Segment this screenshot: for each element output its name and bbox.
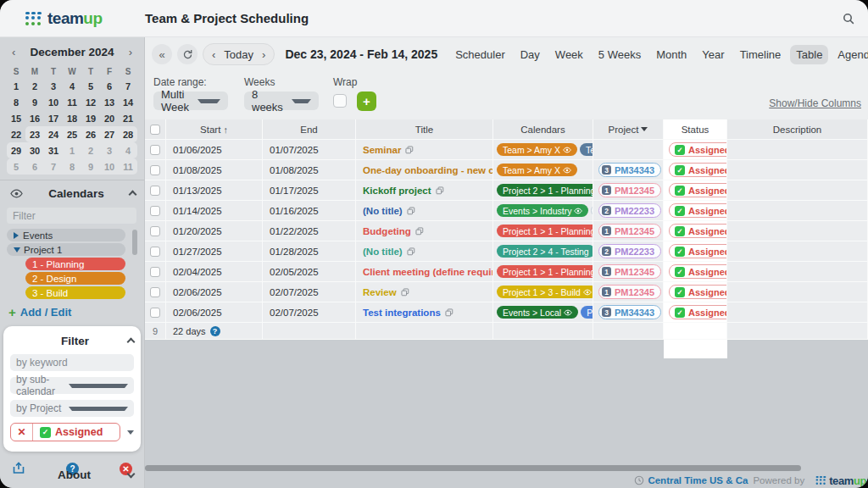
minical-day[interactable]: 4: [63, 78, 81, 94]
status-badge-assigned[interactable]: ✓Assigned: [669, 224, 727, 238]
column-header-calendars[interactable]: Calendars: [493, 119, 593, 140]
project-badge-pm22233[interactable]: 2PM22233: [598, 203, 661, 218]
event-title-link[interactable]: One-day onboarding - new clie: [363, 165, 493, 175]
minical-day[interactable]: 6: [100, 78, 119, 94]
row-checkbox[interactable]: [150, 247, 160, 257]
column-header-status[interactable]: Status: [664, 119, 727, 140]
calendar-item-2-design[interactable]: 2 - Design: [25, 272, 125, 285]
calendar-item-events[interactable]: Events: [7, 229, 125, 241]
calendar-filter-input[interactable]: [7, 208, 136, 224]
minical-day[interactable]: 2: [81, 142, 100, 158]
status-badge-assigned[interactable]: ✓Assigned: [669, 244, 727, 258]
minical-day[interactable]: 11: [119, 158, 137, 175]
minical-day[interactable]: 2: [25, 78, 44, 94]
minical-day[interactable]: 23: [25, 126, 44, 142]
collapse-triangle-icon[interactable]: [14, 247, 20, 252]
calendar-item-1-planning[interactable]: 1 - Planning: [25, 258, 125, 270]
event-title-link[interactable]: Budgeting: [363, 226, 411, 236]
calendar-badge-events-local[interactable]: Events > Local: [497, 306, 578, 319]
view-tab-month[interactable]: Month: [650, 45, 693, 64]
remove-filter-icon[interactable]: ✕: [11, 424, 33, 441]
view-tab-agenda[interactable]: Agenda: [832, 45, 868, 64]
column-header-start[interactable]: Start↑: [166, 119, 263, 140]
minical-day[interactable]: 1: [7, 78, 25, 94]
minical-day[interactable]: 13: [100, 94, 119, 110]
minical-day[interactable]: 7: [44, 158, 63, 175]
row-checkbox[interactable]: [150, 186, 160, 196]
wrap-checkbox[interactable]: [333, 94, 347, 108]
search-button[interactable]: [837, 8, 860, 30]
minical-day[interactable]: 26: [81, 126, 100, 142]
chevron-down-icon[interactable]: [127, 430, 134, 435]
refresh-button[interactable]: [177, 44, 198, 64]
duration-help-icon[interactable]: ?: [210, 326, 220, 336]
minical-day[interactable]: 30: [25, 142, 44, 158]
eye-icon[interactable]: [10, 189, 23, 198]
row-checkbox[interactable]: [150, 287, 160, 297]
minical-day[interactable]: 12: [81, 94, 100, 110]
calendar-badge-project-2-4-testing[interactable]: Project 2 > 4 - Testing: [497, 245, 593, 258]
calendar-badge-project-1-1-planning[interactable]: Project 1 > 1 - Planning: [497, 265, 593, 278]
minical-day[interactable]: 27: [100, 126, 119, 142]
timezone-link[interactable]: Central Time US & Ca: [634, 475, 748, 485]
duplicate-event-icon[interactable]: [405, 146, 414, 154]
minical-day[interactable]: 5: [7, 158, 25, 175]
view-tab-timeline[interactable]: Timeline: [734, 45, 787, 64]
filter-by-subcalendar-select[interactable]: by sub-calendar: [10, 377, 134, 394]
event-title-link[interactable]: Client meeting (define requirem: [363, 267, 493, 277]
minical-day[interactable]: 18: [63, 110, 81, 126]
column-header-description[interactable]: Description: [727, 119, 868, 140]
calendar-badge-project-1-3-build[interactable]: Project 1 > 3 - Build: [497, 286, 593, 298]
event-title-link[interactable]: Kickoff project: [363, 186, 431, 196]
add-event-button[interactable]: +: [357, 92, 376, 111]
column-header-title[interactable]: Title: [356, 119, 493, 140]
calendar-badge-team-amy-x[interactable]: Team > Amy X: [497, 143, 577, 156]
minical-day[interactable]: 10: [44, 94, 63, 110]
view-tab-week[interactable]: Week: [549, 45, 589, 64]
minical-day[interactable]: 22: [7, 126, 25, 142]
active-filter-assigned[interactable]: ✕ ✓ Assigned: [10, 423, 120, 441]
minical-day[interactable]: 8: [63, 158, 81, 175]
duplicate-event-icon[interactable]: [401, 288, 409, 297]
filter-by-keyword-input[interactable]: [10, 354, 134, 371]
minical-day[interactable]: 5: [81, 78, 100, 94]
minical-day[interactable]: 17: [44, 110, 63, 126]
calendar-badge-events-industry[interactable]: Events > Industry: [497, 204, 588, 217]
expand-triangle-icon[interactable]: [14, 232, 19, 239]
project-badge-pm12345[interactable]: 1PM12345: [598, 264, 661, 279]
calendar-badge-project-2-1-planning[interactable]: Project 2 > 1 - Planning: [497, 184, 593, 197]
duplicate-event-icon[interactable]: [407, 247, 415, 256]
minical-day[interactable]: 3: [100, 142, 119, 158]
view-tab-day[interactable]: Day: [515, 45, 546, 64]
calendar-list-scrollbar[interactable]: [132, 230, 137, 255]
minical-day[interactable]: 11: [63, 94, 81, 110]
project-badge-pm22233[interactable]: 2PM22233: [598, 244, 661, 258]
filter-collapse-icon[interactable]: [127, 338, 136, 347]
project-badge-pm12345[interactable]: 1PM12345: [598, 285, 661, 299]
filter-by-project-select[interactable]: by Project: [10, 400, 134, 417]
minical-day[interactable]: 6: [25, 158, 44, 175]
minical-day[interactable]: 9: [81, 158, 100, 175]
select-all-checkbox[interactable]: [150, 125, 160, 135]
project-badge-pm34343[interactable]: 3PM34343: [598, 305, 661, 319]
teamup-logo[interactable]: teamup: [25, 9, 103, 28]
row-checkbox[interactable]: [150, 308, 160, 318]
event-title-link[interactable]: Seminar: [363, 145, 401, 155]
calendar-badge-project-1-1-planning[interactable]: Project 1 > 1 - Planning: [497, 225, 593, 237]
teamup-brand[interactable]: teamup: [810, 472, 866, 488]
calendar-item-3-build[interactable]: 3 - Build: [25, 286, 125, 299]
minical-next-month[interactable]: ›: [125, 46, 136, 58]
minical-day[interactable]: 28: [119, 126, 137, 142]
weeks-select[interactable]: 8 weeks: [244, 92, 319, 110]
calendars-collapse-icon[interactable]: [129, 191, 137, 199]
duplicate-event-icon[interactable]: [407, 207, 415, 215]
status-badge-assigned[interactable]: ✓Assigned: [669, 163, 727, 177]
minical-day[interactable]: 31: [44, 142, 63, 158]
project-badge-pm34343[interactable]: 3PM34343: [598, 163, 661, 177]
row-checkbox[interactable]: [150, 206, 160, 216]
minical-day[interactable]: 25: [63, 126, 81, 142]
prev-period-button[interactable]: ‹: [212, 48, 215, 61]
status-badge-assigned[interactable]: ✓Assigned: [669, 264, 727, 279]
date-range-select[interactable]: Multi Week: [153, 92, 228, 110]
minical-day[interactable]: 3: [44, 78, 63, 94]
